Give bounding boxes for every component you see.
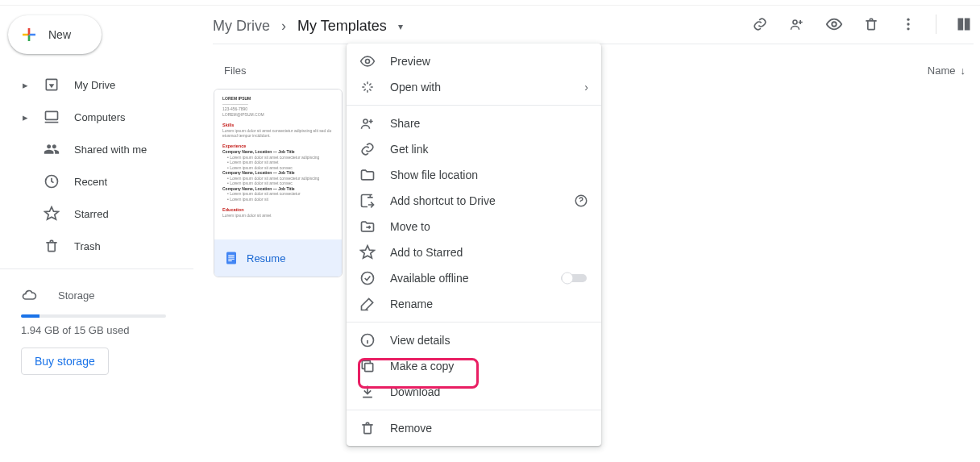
arrow-down-icon: ↓ [961,65,966,77]
menu-item-offline[interactable]: Available offline [347,265,601,291]
get-link-icon[interactable] [750,15,770,34]
expand-icon[interactable]: ▸ [21,111,29,123]
open-with-icon [359,79,376,95]
sidebar-item-recent[interactable]: ▸ Recent [0,165,193,198]
action-toolbar [750,15,974,34]
svg-point-17 [362,273,374,285]
new-button[interactable]: New [8,15,102,54]
preview-icon[interactable] [824,15,844,34]
delete-icon[interactable] [862,15,881,34]
svg-point-2 [793,20,797,24]
storage-quota-bar [21,314,166,318]
menu-item-share[interactable]: Share [347,110,601,136]
menu-item-label: Download [390,385,440,398]
storage-label: Storage [58,289,95,302]
svg-point-15 [363,119,368,123]
view-details-icon[interactable] [954,15,974,34]
sidebar-item-label: Recent [74,176,107,188]
breadcrumb-current[interactable]: My Templates [297,18,387,35]
menu-item-add-shortcut[interactable]: Add shortcut to Drive [347,188,601,214]
offline-icon [359,270,376,286]
download-icon [359,384,376,400]
more-icon[interactable] [899,15,918,34]
cloud-icon [21,287,37,303]
menu-item-label: Show file location [390,169,478,181]
sidebar-item-trash[interactable]: ▸ Trash [0,230,193,262]
menu-item-label: Open with [390,81,441,94]
chevron-right-icon: › [584,81,588,94]
section-header-files: Files [224,65,246,77]
menu-item-label: Make a copy [390,360,454,373]
file-card-resume[interactable]: LOREM IPSUM ───────── 123-456-7890 LOREM… [214,89,343,277]
menu-item-label: Move to [390,220,430,233]
menu-item-label: Get link [390,143,428,156]
rename-icon [359,296,376,312]
svg-rect-0 [46,111,58,119]
menu-item-make-copy[interactable]: Make a copy [347,353,601,379]
menu-item-view-details[interactable]: View details [347,327,601,353]
sidebar-item-my-drive[interactable]: ▸ My Drive [0,69,193,101]
sidebar-item-label: My Drive [74,79,115,91]
computers-icon [44,109,60,125]
chevron-right-icon: › [281,18,286,35]
eye-icon [359,53,376,69]
sort-label-text: Name [928,65,956,77]
menu-item-remove[interactable]: Remove [347,415,601,441]
copy-icon [359,358,376,374]
breadcrumb: My Drive › My Templates ▾ [213,18,403,35]
sidebar-item-computers[interactable]: ▸ Computers [0,101,193,133]
move-icon [359,219,376,235]
menu-item-label: View details [390,334,450,347]
expand-icon[interactable]: ▸ [21,79,29,91]
starred-icon [44,206,60,222]
svg-rect-9 [226,252,236,264]
menu-item-download[interactable]: Download [347,379,601,405]
menu-item-label: Rename [390,298,433,310]
share-icon[interactable] [787,15,807,34]
sidebar-item-label: Shared with me [74,144,147,156]
svg-point-14 [366,60,370,64]
shared-icon [44,141,60,157]
person-add-icon [359,115,376,131]
svg-point-3 [832,22,837,27]
menu-item-move-to[interactable]: Move to [347,214,601,239]
context-menu: Preview Open with › Share Get link Show … [347,44,601,446]
svg-rect-8 [965,19,970,31]
sidebar-item-starred[interactable]: ▸ Starred [0,198,193,230]
buy-storage-button[interactable]: Buy storage [21,348,109,375]
menu-item-label: Add to Starred [390,246,463,259]
svg-rect-11 [228,257,235,258]
svg-point-4 [907,19,909,21]
svg-point-19 [562,273,573,284]
menu-item-label: Preview [390,55,430,68]
menu-item-show-location[interactable]: Show file location [347,162,601,188]
plus-icon [19,25,39,44]
new-button-label: New [48,28,71,41]
menu-item-open-with[interactable]: Open with › [347,74,601,100]
sidebar-item-storage[interactable]: Storage [0,279,193,311]
menu-item-label: Add shortcut to Drive [390,194,496,207]
svg-point-6 [907,27,909,30]
menu-item-get-link[interactable]: Get link [347,136,601,162]
offline-toggle[interactable] [559,271,588,285]
menu-item-add-starred[interactable]: Add to Starred [347,239,601,265]
sidebar: New ▸ My Drive ▸ Computers ▸ Shared with… [0,6,193,375]
info-icon [359,332,376,348]
breadcrumb-dropdown-icon[interactable]: ▾ [398,21,403,32]
my-drive-icon [44,77,60,93]
menu-item-label: Share [390,117,420,130]
storage-quota-text: 1.94 GB of 15 GB used [21,324,193,336]
help-icon[interactable] [574,194,588,208]
star-icon [359,244,376,260]
sidebar-item-label: Starred [74,208,109,220]
google-doc-icon [224,251,239,265]
sidebar-item-shared[interactable]: ▸ Shared with me [0,133,193,165]
shortcut-icon [359,193,376,209]
menu-item-preview[interactable]: Preview [347,48,601,74]
sort-by-name[interactable]: Name ↓ [928,65,965,77]
svg-rect-10 [228,255,235,256]
menu-item-rename[interactable]: Rename [347,291,601,317]
breadcrumb-root[interactable]: My Drive [213,18,270,35]
file-thumbnail: LOREM IPSUM ───────── 123-456-7890 LOREM… [214,89,342,239]
recent-icon [44,173,60,189]
